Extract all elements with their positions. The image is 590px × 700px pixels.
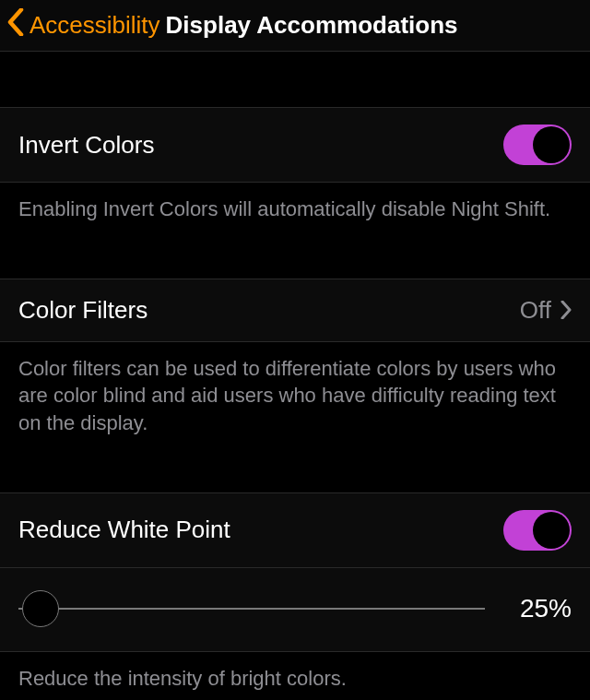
invert-colors-footer: Enabling Invert Colors will automaticall…: [0, 183, 590, 242]
invert-colors-row[interactable]: Invert Colors: [0, 108, 590, 182]
chevron-left-icon: [7, 8, 30, 42]
reduce-white-point-toggle[interactable]: [503, 510, 572, 551]
color-filters-value: Off: [520, 296, 551, 325]
white-point-value: 25%: [507, 594, 572, 623]
section-gap: [0, 242, 590, 279]
slider-thumb[interactable]: [22, 590, 59, 627]
invert-colors-label: Invert Colors: [18, 131, 154, 160]
invert-colors-toggle[interactable]: [503, 125, 572, 165]
slider-track: [18, 608, 485, 610]
reduce-white-point-row[interactable]: Reduce White Point: [0, 493, 590, 567]
toggle-knob: [533, 512, 570, 549]
reduce-white-point-footer: Reduce the intensity of bright colors.: [0, 652, 590, 700]
back-button[interactable]: Accessibility: [7, 8, 160, 42]
color-filters-value-wrap: Off: [520, 296, 572, 325]
white-point-slider[interactable]: [18, 590, 485, 627]
page-title: Display Accommodations: [166, 11, 458, 40]
section-spacer: [0, 52, 590, 107]
toggle-knob: [533, 126, 570, 163]
back-label: Accessibility: [30, 11, 160, 40]
white-point-slider-row: 25%: [0, 568, 590, 651]
section-gap: [0, 456, 590, 492]
color-filters-row[interactable]: Color Filters Off: [0, 279, 590, 341]
nav-bar: Accessibility Display Accommodations: [0, 0, 590, 52]
color-filters-label: Color Filters: [18, 296, 148, 325]
reduce-white-point-label: Reduce White Point: [18, 516, 230, 544]
chevron-right-icon: [560, 301, 572, 319]
color-filters-footer: Color filters can be used to differentia…: [0, 342, 590, 456]
